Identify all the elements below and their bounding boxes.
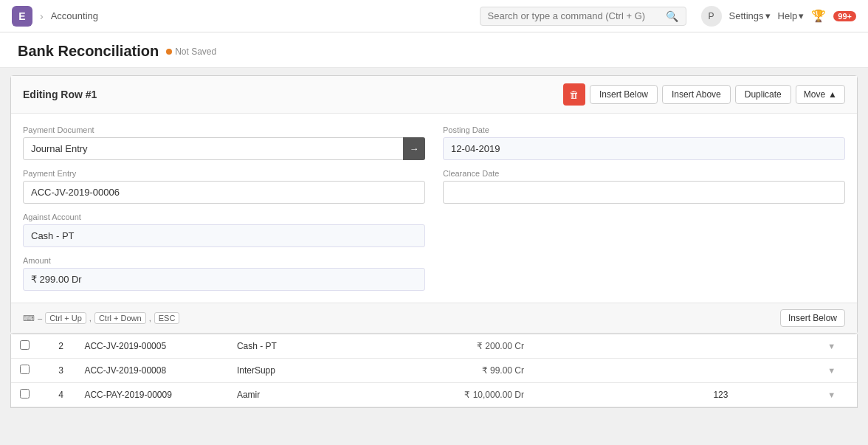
- clearance-cell: [533, 383, 704, 407]
- payment-document-group: Payment Document →: [23, 125, 425, 160]
- form-body: Payment Document → Payment Entry Against…: [11, 114, 857, 303]
- entry-cell: ACC-PAY-2019-00009: [75, 383, 228, 407]
- account-cell: InterSupp: [228, 359, 381, 383]
- row-dropdown-icon[interactable]: ▼: [827, 366, 836, 375]
- against-account-label: Against Account: [23, 213, 425, 221]
- editing-actions: 🗑 Insert Below Insert Above Duplicate Mo…: [563, 83, 845, 106]
- entry-cell: ACC-JV-2019-00008: [75, 359, 228, 383]
- payment-entry-group: Payment Entry: [23, 169, 425, 204]
- row-dropdown-cell[interactable]: ▼: [819, 359, 857, 383]
- ref-cell: 123: [704, 383, 819, 407]
- search-input[interactable]: [488, 10, 661, 21]
- account-cell: Aamir: [228, 383, 381, 407]
- editing-panel: Editing Row #1 🗑 Insert Below Insert Abo…: [10, 75, 858, 334]
- row-dropdown-icon[interactable]: ▼: [827, 390, 836, 399]
- against-account-group: Against Account Cash - PT: [23, 213, 425, 247]
- shortcut-dash: –: [38, 314, 42, 322]
- payment-document-field[interactable]: →: [23, 137, 425, 160]
- clearance-date-input[interactable]: [443, 181, 845, 204]
- amount-value: ₹ 299.00 Dr: [23, 268, 425, 291]
- posting-date-group: Posting Date 12-04-2019: [443, 125, 845, 160]
- amount-cell: ₹ 200.00 Cr: [380, 334, 533, 359]
- status-dot: [166, 49, 172, 55]
- insert-above-button[interactable]: Insert Above: [662, 85, 731, 104]
- breadcrumb-separator: ›: [40, 10, 44, 22]
- top-nav: E › Accounting 🔍 P Settings ▾ Help ▾ 🏆 9…: [0, 0, 868, 32]
- shortcut-ctrl-down: Ctrl + Down: [94, 312, 146, 324]
- keyboard-icon: ⌨: [23, 314, 35, 323]
- row-checkbox[interactable]: [11, 359, 46, 383]
- amount-cell: ₹ 10,000.00 Dr: [380, 383, 533, 407]
- row-number: 4: [46, 383, 76, 407]
- move-button[interactable]: Move ▲: [796, 85, 845, 104]
- row-dropdown-cell[interactable]: ▼: [819, 334, 857, 359]
- shortcut-comma2: ,: [149, 314, 151, 322]
- editing-row-title: Editing Row #1: [23, 89, 97, 100]
- row-checkbox[interactable]: [11, 334, 46, 359]
- table-row[interactable]: 2 ACC-JV-2019-00005 Cash - PT ₹ 200.00 C…: [11, 334, 857, 359]
- account-cell: Cash - PT: [228, 334, 381, 359]
- main-area: Editing Row #1 🗑 Insert Below Insert Abo…: [0, 68, 868, 445]
- ref-cell: [704, 334, 819, 359]
- notification-badge: 99+: [833, 11, 856, 21]
- clearance-cell: [533, 359, 704, 383]
- row-number: 3: [46, 359, 76, 383]
- page-header: Bank Reconciliation Not Saved: [0, 32, 868, 68]
- against-account-value: Cash - PT: [23, 224, 425, 247]
- clearance-date-group: Clearance Date: [443, 169, 845, 204]
- move-chevron-icon: ▲: [828, 89, 837, 100]
- amount-cell: ₹ 99.00 Cr: [380, 359, 533, 383]
- topnav-right: P Settings ▾ Help ▾ 🏆 99+: [701, 6, 856, 27]
- clearance-cell: [533, 334, 704, 359]
- table-wrapper: 2 ACC-JV-2019-00005 Cash - PT ₹ 200.00 C…: [10, 334, 858, 408]
- status-text: Not Saved: [175, 46, 216, 57]
- payment-document-arrow[interactable]: →: [403, 137, 425, 160]
- data-table: 2 ACC-JV-2019-00005 Cash - PT ₹ 200.00 C…: [11, 334, 857, 407]
- editing-header: Editing Row #1 🗑 Insert Below Insert Abo…: [11, 76, 857, 114]
- amount-label: Amount: [23, 256, 425, 265]
- insert-below-button[interactable]: Insert Below: [590, 85, 658, 104]
- settings-button[interactable]: Settings ▾: [729, 10, 771, 21]
- shortcut-esc: ESC: [154, 312, 180, 324]
- posting-date-label: Posting Date: [443, 125, 845, 134]
- notification-icon[interactable]: 🏆: [811, 9, 826, 23]
- ref-cell: [704, 359, 819, 383]
- shortcuts-bar: ⌨ – Ctrl + Up , Ctrl + Down , ESC Insert…: [11, 303, 857, 334]
- search-icon: 🔍: [666, 10, 678, 22]
- shortcut-comma1: ,: [89, 314, 92, 322]
- status-badge: Not Saved: [166, 46, 216, 57]
- row-dropdown-icon[interactable]: ▼: [827, 342, 836, 351]
- duplicate-button[interactable]: Duplicate: [735, 85, 791, 104]
- delete-row-button[interactable]: 🗑: [563, 83, 585, 106]
- page-title: Bank Reconciliation: [18, 43, 159, 60]
- search-box[interactable]: 🔍: [480, 7, 686, 26]
- clearance-date-label: Clearance Date: [443, 169, 845, 178]
- row-number: 2: [46, 334, 76, 359]
- breadcrumb-accounting[interactable]: Accounting: [51, 10, 98, 21]
- table-row[interactable]: 4 ACC-PAY-2019-00009 Aamir ₹ 10,000.00 D…: [11, 383, 857, 407]
- posting-date-value: 12-04-2019: [443, 137, 845, 160]
- help-button[interactable]: Help ▾: [778, 10, 805, 21]
- shortcut-ctrl-up: Ctrl + Up: [45, 312, 86, 324]
- payment-entry-input[interactable]: [23, 181, 425, 204]
- app-icon[interactable]: E: [12, 6, 32, 27]
- amount-group: Amount ₹ 299.00 Dr: [23, 256, 425, 291]
- payment-document-label: Payment Document: [23, 125, 425, 134]
- entry-cell: ACC-JV-2019-00005: [75, 334, 228, 359]
- row-checkbox[interactable]: [11, 383, 46, 407]
- payment-entry-label: Payment Entry: [23, 169, 425, 178]
- row-dropdown-cell[interactable]: ▼: [819, 383, 857, 407]
- shortcuts-left: ⌨ – Ctrl + Up , Ctrl + Down , ESC: [23, 312, 179, 324]
- payment-document-input[interactable]: [23, 137, 425, 160]
- avatar: P: [701, 6, 722, 27]
- table-row[interactable]: 3 ACC-JV-2019-00008 InterSupp ₹ 99.00 Cr…: [11, 359, 857, 383]
- insert-below-small-button[interactable]: Insert Below: [780, 309, 845, 327]
